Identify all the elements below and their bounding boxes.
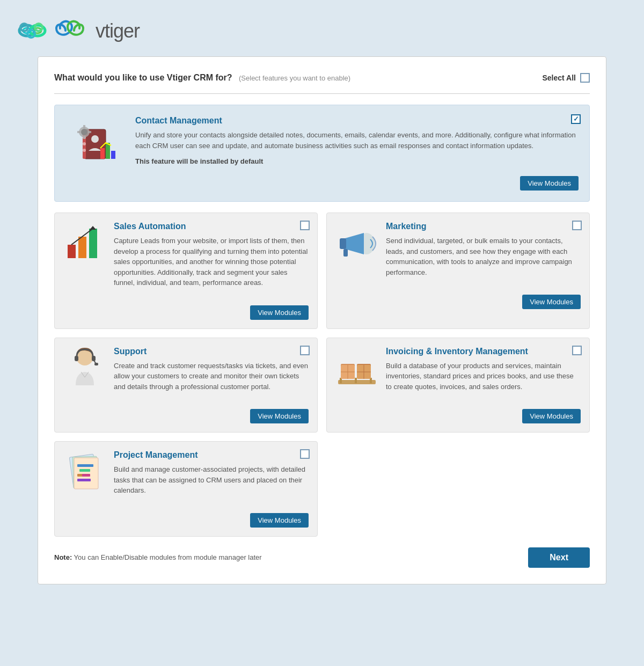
project-management-checkbox[interactable]: [300, 449, 310, 461]
sales-automation-checkbox[interactable]: [300, 221, 310, 232]
sales-automation-desc: Capture Leads from your website, or impo…: [114, 236, 309, 288]
svg-rect-34: [94, 363, 98, 365]
svg-rect-53: [82, 474, 90, 477]
inventory-checkbox[interactable]: [572, 346, 582, 357]
support-view-modules-btn[interactable]: View Modules: [250, 409, 309, 423]
svg-point-14: [81, 129, 87, 135]
svg-rect-54: [77, 479, 91, 481]
svg-rect-23: [78, 237, 86, 258]
svg-rect-51: [79, 469, 90, 472]
project-management-body: Project Management Build and manage cust…: [114, 450, 309, 502]
page-title: What would you like to use Vtiger CRM fo…: [54, 73, 232, 82]
inventory-view-modules-btn[interactable]: View Modules: [522, 409, 581, 423]
marketing-card: Marketing Send individual, targeted, or …: [326, 213, 590, 329]
inventory-card: Invoicing & Inventory Management Build a…: [326, 338, 590, 433]
contact-management-checkbox[interactable]: [571, 114, 581, 124]
svg-rect-27: [340, 238, 346, 249]
svg-rect-29: [343, 249, 348, 257]
inventory-icon: [335, 347, 378, 390]
marketing-desc: Send individual, targeted, or bulk email…: [386, 236, 581, 277]
note-prefix: Note:: [54, 553, 72, 561]
feature-grid-row1: Sales Automation Capture Leads from your…: [54, 213, 590, 329]
sales-automation-check[interactable]: [300, 221, 310, 230]
contact-management-content: Contact Management Unify and store your …: [135, 116, 579, 191]
sales-automation-icon: [63, 222, 106, 265]
svg-point-11: [83, 149, 86, 152]
sales-automation-body: Sales Automation Capture Leads from your…: [114, 222, 309, 295]
project-management-title: Project Management: [114, 450, 309, 460]
svg-rect-49: [74, 458, 98, 489]
svg-rect-22: [68, 245, 76, 258]
marketing-check[interactable]: [572, 221, 582, 230]
select-all-area[interactable]: Select All: [542, 73, 590, 83]
support-icon: [63, 347, 106, 390]
svg-rect-31: [75, 356, 78, 361]
marketing-checkbox[interactable]: [572, 221, 582, 232]
project-management-check[interactable]: [300, 449, 310, 459]
page-header: What would you like to use Vtiger CRM fo…: [54, 73, 590, 83]
svg-point-10: [83, 142, 86, 145]
svg-marker-25: [90, 226, 96, 230]
support-title: Support: [114, 347, 309, 356]
project-management-btn-row: View Modules: [63, 508, 309, 528]
note-body: You can Enable/Disable modules from modu…: [74, 553, 262, 561]
main-container: What would you like to use Vtiger CRM fo…: [38, 56, 606, 584]
project-management-icon: [63, 450, 106, 493]
svg-rect-24: [89, 229, 97, 258]
svg-point-12: [91, 135, 99, 143]
support-top: Support Create and track customer reques…: [63, 347, 309, 399]
contact-management-default-note: This feature will be installed by defaul…: [135, 157, 579, 165]
inventory-title: Invoicing & Inventory Management: [386, 347, 581, 356]
support-desc: Create and track customer requests/tasks…: [114, 361, 309, 392]
vtiger-logo-icon: [16, 19, 48, 43]
feature-grid-row3: Project Management Build and manage cust…: [54, 441, 590, 537]
contact-management-desc: Unify and store your contacts alongside …: [135, 130, 579, 151]
svg-rect-16: [83, 136, 85, 139]
next-button[interactable]: Next: [528, 547, 590, 568]
logo-area: vtiger: [11, 11, 633, 56]
header-title-group: What would you like to use Vtiger CRM fo…: [54, 73, 350, 83]
svg-rect-15: [83, 125, 85, 128]
bottom-bar: Note: You can Enable/Disable modules fro…: [54, 547, 590, 568]
marketing-btn-row: View Modules: [335, 289, 581, 309]
svg-rect-18: [88, 131, 91, 133]
support-body: Support Create and track customer reques…: [114, 347, 309, 399]
contact-management-view-modules-btn[interactable]: View Modules: [520, 176, 579, 191]
marketing-icon: [335, 222, 378, 265]
inventory-btn-row: View Modules: [335, 404, 581, 423]
contact-management-card: Contact Management Unify and store your …: [54, 105, 590, 202]
svg-rect-37: [355, 378, 357, 383]
marketing-title: Marketing: [386, 222, 581, 231]
feature-grid-row2: Support Create and track customer reques…: [54, 338, 590, 433]
marketing-body: Marketing Send individual, targeted, or …: [386, 222, 581, 284]
contact-management-icon: [65, 116, 125, 175]
marketing-top: Marketing Send individual, targeted, or …: [335, 222, 581, 284]
inventory-body: Invoicing & Inventory Management Build a…: [386, 347, 581, 399]
project-management-top: Project Management Build and manage cust…: [63, 450, 309, 502]
sales-automation-view-modules-btn[interactable]: View Modules: [250, 305, 309, 320]
sales-automation-btn-row: View Modules: [63, 300, 309, 320]
support-check[interactable]: [300, 346, 310, 355]
inventory-check[interactable]: [572, 346, 582, 355]
sales-automation-top: Sales Automation Capture Leads from your…: [63, 222, 309, 295]
marketing-view-modules-btn[interactable]: View Modules: [522, 295, 581, 309]
svg-rect-21: [111, 151, 115, 159]
svg-rect-17: [77, 131, 80, 133]
project-management-card: Project Management Build and manage cust…: [54, 441, 318, 537]
project-management-view-modules-btn[interactable]: View Modules: [250, 513, 309, 528]
page-subtitle: (Select features you want to enable): [239, 74, 350, 82]
select-all-checkbox[interactable]: [580, 73, 590, 83]
vtiger-logo-svg: [53, 16, 96, 46]
inventory-desc: Build a database of your products and se…: [386, 361, 581, 392]
sales-automation-card: Sales Automation Capture Leads from your…: [54, 213, 318, 329]
support-checkbox[interactable]: [300, 346, 310, 357]
sales-automation-title: Sales Automation: [114, 222, 309, 231]
support-card: Support Create and track customer reques…: [54, 338, 318, 433]
contact-management-check[interactable]: [571, 114, 581, 124]
contact-management-title: Contact Management: [135, 116, 579, 126]
empty-grid-cell: [326, 441, 590, 537]
project-management-desc: Build and manage customer-associated pro…: [114, 464, 309, 496]
header-divider: [54, 93, 590, 94]
support-btn-row: View Modules: [63, 404, 309, 423]
svg-rect-19: [100, 148, 105, 159]
